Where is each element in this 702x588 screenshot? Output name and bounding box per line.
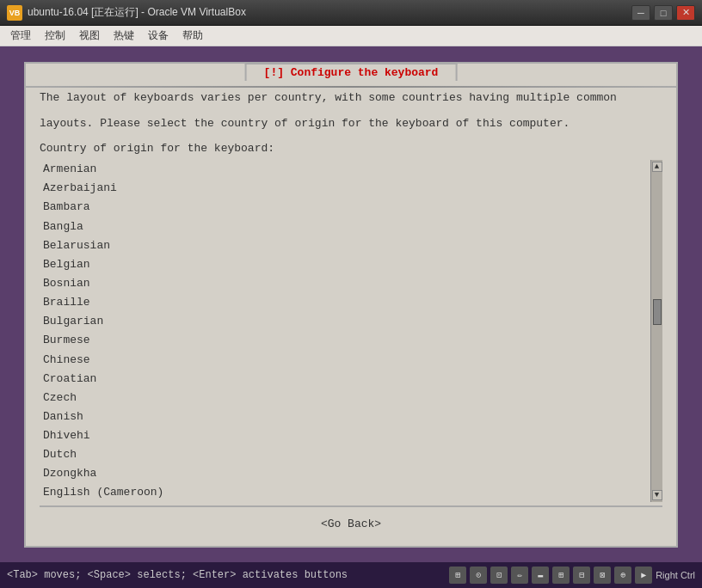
- status-icon-3: ⊡: [490, 567, 508, 584]
- country-list[interactable]: ArmenianAzerbaijaniBambaraBanglaBelarusi…: [40, 160, 650, 501]
- scroll-thumb[interactable]: [653, 299, 662, 325]
- status-icons: ⊞ ⊙ ⊡ ✏ ▬ ⊞ ⊟ ⊠ ⊕ ▶ Right Ctrl: [449, 567, 695, 584]
- status-icon-10: ▶: [635, 567, 652, 584]
- title-bar: VB ubuntu-16.04 [正在运行] - Oracle VM Virtu…: [0, 0, 702, 26]
- menu-item-视图[interactable]: 视图: [72, 27, 107, 45]
- status-icon-4: ✏: [511, 567, 528, 584]
- country-label: Country of origin for the keyboard:: [40, 142, 662, 155]
- country-list-item[interactable]: Bangla: [40, 217, 650, 236]
- country-list-item[interactable]: Dhivehi: [40, 426, 650, 445]
- minimize-button[interactable]: ─: [631, 5, 650, 21]
- status-bar: <Tab> moves; <Space> selects; <Enter> ac…: [0, 562, 702, 588]
- menu-item-控制[interactable]: 控制: [38, 27, 72, 45]
- country-list-item[interactable]: Bosnian: [40, 274, 650, 293]
- country-list-item[interactable]: English (Cameroon): [40, 483, 650, 501]
- close-button[interactable]: ✕: [676, 5, 695, 21]
- button-area: <Go Back>: [40, 507, 662, 537]
- virtualbox-icon: VB: [7, 5, 22, 21]
- restore-button[interactable]: □: [654, 5, 673, 21]
- window-title: ubuntu-16.04 [正在运行] - Oracle VM VirtualB…: [28, 5, 246, 20]
- status-icon-5: ▬: [532, 567, 549, 584]
- status-text: <Tab> moves; <Space> selects; <Enter> ac…: [7, 569, 348, 581]
- country-list-item[interactable]: Burmese: [40, 331, 650, 350]
- country-list-container: ArmenianAzerbaijaniBambaraBanglaBelarusi…: [40, 160, 662, 501]
- country-list-item[interactable]: Dutch: [40, 445, 650, 464]
- country-list-item[interactable]: Belarusian: [40, 236, 650, 255]
- country-list-item[interactable]: Braille: [40, 293, 650, 312]
- scroll-track: [653, 174, 662, 487]
- country-list-item[interactable]: Danish: [40, 407, 650, 426]
- country-list-item[interactable]: Croatian: [40, 370, 650, 389]
- country-list-item[interactable]: Armenian: [40, 160, 650, 179]
- terminal-top-line: [26, 86, 676, 88]
- status-icon-8: ⊠: [594, 567, 611, 584]
- status-icon-6: ⊞: [552, 567, 570, 584]
- status-icon-2: ⊙: [470, 567, 487, 584]
- description-line1: The layout of keyboards varies per count…: [40, 89, 662, 107]
- menu-bar: 管理控制视图热键设备帮助: [0, 26, 702, 46]
- menu-item-管理[interactable]: 管理: [3, 27, 38, 45]
- country-list-item[interactable]: Azerbaijani: [40, 179, 650, 198]
- terminal-content: The layout of keyboards varies per count…: [26, 64, 676, 546]
- scroll-up-arrow[interactable]: ▲: [652, 162, 662, 172]
- country-list-item[interactable]: Czech: [40, 389, 650, 407]
- right-ctrl-label: Right Ctrl: [656, 570, 695, 580]
- country-list-item[interactable]: Bambara: [40, 198, 650, 217]
- window-controls: ─ □ ✕: [631, 5, 695, 21]
- country-list-item[interactable]: Dzongkha: [40, 464, 650, 483]
- terminal-bottom-divider: <Go Back>: [40, 505, 662, 537]
- scrollbar[interactable]: ▲ ▼: [650, 160, 662, 501]
- country-list-item[interactable]: Belgian: [40, 255, 650, 274]
- main-area: [!] Configure the keyboard The layout of…: [0, 46, 702, 562]
- status-icon-9: ⊕: [614, 567, 631, 584]
- status-icon-1: ⊞: [449, 567, 466, 584]
- country-list-item[interactable]: Chinese: [40, 351, 650, 370]
- terminal-window: [!] Configure the keyboard The layout of…: [24, 62, 678, 548]
- menu-item-热键[interactable]: 热键: [107, 27, 141, 45]
- description-line2: layouts. Please select the country of or…: [40, 115, 662, 133]
- menu-item-帮助[interactable]: 帮助: [176, 27, 210, 45]
- scroll-down-arrow[interactable]: ▼: [652, 490, 662, 500]
- go-back-button[interactable]: <Go Back>: [316, 516, 386, 532]
- status-icon-7: ⊟: [573, 567, 590, 584]
- menu-item-设备[interactable]: 设备: [141, 27, 176, 45]
- country-list-item[interactable]: Bulgarian: [40, 312, 650, 331]
- terminal-tab-title: [!] Configure the keyboard: [245, 63, 458, 81]
- title-bar-left: VB ubuntu-16.04 [正在运行] - Oracle VM Virtu…: [7, 5, 246, 21]
